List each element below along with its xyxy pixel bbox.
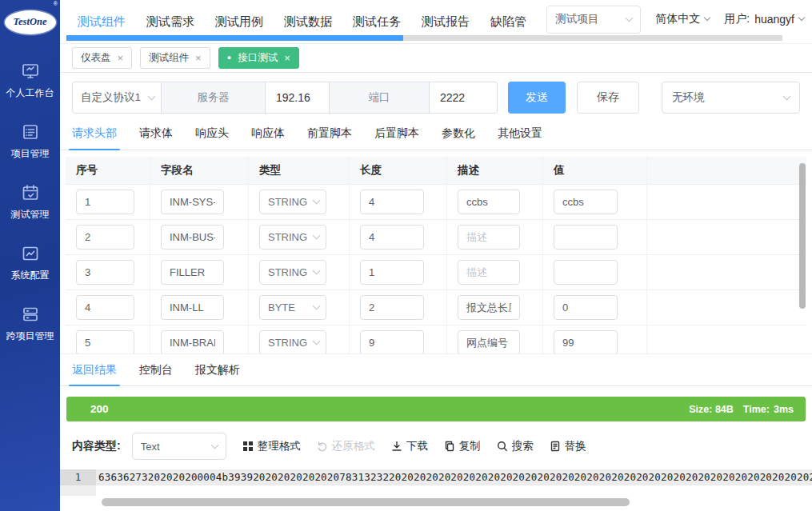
row-value-input[interactable] [554,190,618,214]
sidebar-item-project-manage[interactable]: 项目管理 [0,118,60,166]
registered-mark: ® [54,1,58,6]
environment-select[interactable]: 无环境 [662,82,800,114]
copy-button[interactable]: 复制 [444,439,481,453]
row-length-input[interactable] [360,225,424,250]
row-length-input[interactable] [360,330,424,353]
tab-pre-script[interactable]: 前置脚本 [307,120,352,150]
row-value-input[interactable] [554,225,618,250]
row-field-input[interactable] [161,190,224,214]
restore-format-button[interactable]: 还原格式 [317,439,375,453]
request-bar: 自定义协议1 服务器 端口 发送 保存 无环境 [60,73,812,120]
close-icon[interactable]: × [118,53,124,63]
chevron-down-icon [210,441,218,449]
row-value-input[interactable] [554,260,618,285]
tab-parameterize[interactable]: 参数化 [442,120,475,150]
sidebar-item-cross-project[interactable]: 跨项目管理 [0,300,60,348]
row-type-select[interactable]: STRING [259,260,326,285]
top-nav-item-reports[interactable]: 测试报告 [422,14,470,30]
search-icon [497,441,508,452]
username: huangyf [754,13,794,26]
row-field-input[interactable] [161,295,224,320]
workspace-tab-components[interactable]: 测试组件 × [140,47,210,69]
send-button[interactable]: 发送 [508,82,566,114]
table-row: BYTE [66,290,806,325]
row-field-input[interactable] [161,260,224,285]
sidebar-item-label: 个人工作台 [6,86,54,100]
sidebar-item-label: 项目管理 [11,147,50,161]
tab-response-headers[interactable]: 响应头 [195,120,229,150]
size-value: 84B [715,404,734,415]
download-button[interactable]: 下载 [391,439,428,453]
header-fields-table: 序号 字段名 类型 长度 描述 值 STRING STRING [66,157,806,353]
row-desc-input[interactable] [458,330,520,353]
tab-other-settings[interactable]: 其他设置 [498,120,542,150]
nav-scrollbar-thumb[interactable] [66,35,403,41]
workspace-tab-interface-test[interactable]: ● 接口测试 × [218,47,299,69]
row-length-input[interactable] [360,260,424,285]
row-type-select[interactable]: STRING [259,330,326,353]
tab-label: 接口测试 [238,51,278,65]
language-menu[interactable]: 简体中文 [655,12,710,26]
tab-request-body[interactable]: 请求体 [139,120,173,150]
workspace-tab-bar: 仪表盘 × 测试组件 × ● 接口测试 × [60,44,812,73]
row-field-input[interactable] [161,225,224,250]
top-nav-item-tasks[interactable]: 测试任务 [353,14,401,30]
code-horizontal-scrollbar[interactable] [102,498,630,506]
save-button[interactable]: 保存 [577,82,639,114]
format-button[interactable]: 整理格式 [242,439,301,453]
top-nav-item-defects[interactable]: 缺陷管 [490,14,526,30]
table-vertical-scrollbar[interactable] [799,163,806,309]
content-type-select[interactable]: Text [132,433,226,460]
top-nav-item-data[interactable]: 测试数据 [284,14,332,30]
close-icon[interactable]: × [284,53,290,63]
top-nav-item-cases[interactable]: 测试用例 [215,14,263,30]
row-desc-input[interactable] [458,225,520,250]
replace-button[interactable]: 替换 [550,439,586,453]
server-input[interactable] [266,91,329,104]
tab-return-result[interactable]: 返回结果 [72,354,117,385]
row-value-input[interactable] [554,295,618,320]
tab-console[interactable]: 控制台 [139,354,173,385]
undo-icon [317,441,328,452]
workspace-tab-dashboard[interactable]: 仪表盘 × [72,47,132,69]
row-desc-input[interactable] [458,260,520,285]
row-type-select[interactable]: STRING [259,190,326,214]
row-type-select[interactable]: BYTE [259,295,326,320]
top-nav-item-requirements[interactable]: 测试需求 [146,14,194,30]
download-icon [391,441,402,452]
tab-post-script[interactable]: 后置脚本 [374,120,419,150]
row-type-select[interactable]: STRING [259,225,326,250]
tab-response-body[interactable]: 响应体 [251,120,285,150]
gutter-continuation [60,485,96,496]
close-icon[interactable]: × [195,53,202,63]
sidebar-item-workbench[interactable]: 个人工作台 [0,57,60,105]
row-desc-input[interactable] [458,295,520,320]
tab-message-parse[interactable]: 报文解析 [195,354,240,385]
sidebar-item-test-manage[interactable]: 测试管理 [0,178,60,226]
row-desc-input[interactable] [458,190,520,214]
row-no-input[interactable] [76,260,134,285]
row-no-input[interactable] [76,330,134,353]
sidebar-item-system-config[interactable]: 系统配置 [0,239,60,287]
top-nav: 测试组件 测试需求 测试用例 测试数据 测试任务 测试报告 缺陷管 [78,14,532,30]
content-type-value: Text [141,441,160,453]
port-input[interactable] [430,91,497,104]
chevron-down-icon [783,92,791,100]
top-nav-item-components[interactable]: 测试组件 [78,14,126,30]
row-no-input[interactable] [76,295,134,320]
project-select[interactable]: 测试项目 [546,6,641,34]
row-no-input[interactable] [76,190,134,214]
chevron-down-icon [704,14,710,21]
tab-request-headers[interactable]: 请求头部 [72,120,117,150]
user-menu[interactable]: 用户: huangyf [724,12,804,26]
row-value-input[interactable] [554,330,618,353]
row-length-input[interactable] [360,190,424,214]
port-label: 端口 [330,82,430,114]
protocol-select[interactable]: 自定义协议1 [72,82,162,114]
row-field-input[interactable] [161,330,224,353]
user-label: 用户: [724,12,750,26]
search-button[interactable]: 搜索 [497,439,534,453]
row-length-input[interactable] [360,295,424,320]
response-hex-content[interactable]: 63636273202020200004b3939202020202020207… [96,469,812,485]
row-no-input[interactable] [76,225,134,250]
